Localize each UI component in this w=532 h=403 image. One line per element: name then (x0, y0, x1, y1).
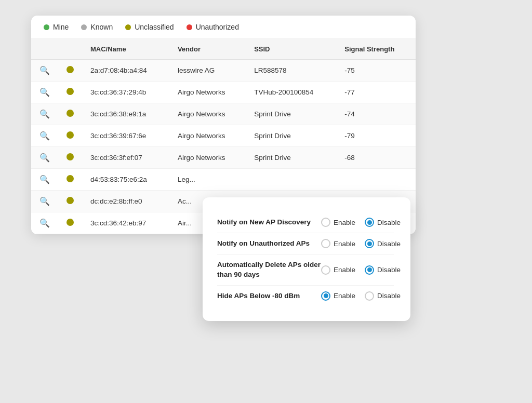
search-cell[interactable]: 🔍 (31, 60, 58, 82)
enable-option-hide-below[interactable]: Enable (321, 291, 355, 301)
col-search (31, 39, 58, 60)
signal-cell: -79 (336, 125, 416, 147)
signal-cell: -74 (336, 103, 416, 125)
status-dot (66, 219, 74, 226)
settings-row-notify-new-ap: Notify on New AP Discovery Enable Disabl… (217, 212, 394, 233)
status-cell (58, 191, 82, 212)
disable-radio-auto-delete[interactable] (365, 265, 374, 275)
legend-item-unauthorized: Unauthorized (187, 23, 239, 31)
legend-item-known: Known (81, 23, 113, 31)
unclassified-dot (125, 24, 131, 30)
disable-label-auto-delete: Disable (377, 266, 401, 274)
enable-radio-auto-delete[interactable] (321, 265, 330, 275)
search-icon[interactable]: 🔍 (39, 66, 50, 75)
table-row: 🔍 3c:cd:36:37:29:4b Airgo Networks TVHub… (31, 82, 416, 103)
disable-radio-notify-unauthorized[interactable] (365, 239, 374, 248)
table-row: 🔍 3c:cd:36:39:67:6e Airgo Networks Sprin… (31, 125, 416, 147)
legend-item-mine: Mine (44, 23, 69, 31)
table-row: 🔍 3c:cd:36:3f:ef:07 Airgo Networks Sprin… (31, 147, 416, 169)
search-cell[interactable]: 🔍 (31, 82, 58, 103)
mac-cell: 3c:cd:36:38:e9:1a (82, 103, 169, 125)
settings-card: Notify on New AP Discovery Enable Disabl… (203, 197, 410, 321)
search-cell[interactable]: 🔍 (31, 212, 58, 234)
signal-cell: -75 (336, 60, 416, 82)
status-cell (58, 60, 82, 82)
disable-radio-hide-below[interactable] (365, 291, 374, 301)
ssid-cell (246, 169, 336, 191)
ssid-cell: LR588578 (246, 60, 336, 82)
vendor-cell: Airgo Networks (169, 103, 246, 125)
ssid-cell: TVHub-200100854 (246, 82, 336, 103)
search-icon[interactable]: 🔍 (39, 110, 50, 118)
disable-radio-notify-new-ap[interactable] (365, 218, 374, 227)
settings-row-hide-below: Hide APs Below -80 dBm Enable Disable (217, 286, 394, 306)
status-cell (58, 82, 82, 103)
enable-label-auto-delete: Enable (334, 266, 355, 274)
search-cell[interactable]: 🔍 (31, 103, 58, 125)
disable-option-hide-below[interactable]: Disable (365, 291, 401, 301)
vendor-cell: lesswire AG (169, 60, 246, 82)
disable-option-auto-delete[interactable]: Disable (365, 265, 401, 275)
search-cell[interactable]: 🔍 (31, 125, 58, 147)
settings-label-notify-unauthorized: Notify on Unauthorized APs (217, 239, 321, 248)
mac-cell: d4:53:83:75:e6:2a (82, 169, 169, 191)
enable-radio-notify-unauthorized[interactable] (321, 239, 330, 248)
mine-dot (44, 24, 49, 30)
status-dot (66, 131, 74, 139)
enable-label-notify-unauthorized: Enable (334, 240, 355, 248)
legend-label-unclassified: Unclassified (135, 23, 174, 31)
mac-cell: 3c:cd:36:39:67:6e (82, 125, 169, 147)
search-icon[interactable]: 🔍 (39, 153, 50, 162)
enable-option-notify-new-ap[interactable]: Enable (321, 218, 355, 227)
mac-cell: dc:dc:e2:8b:ff:e0 (82, 191, 169, 212)
legend-bar: Mine Known Unclassified Unauthorized (31, 16, 416, 39)
mac-cell: 3c:cd:36:3f:ef:07 (82, 147, 169, 169)
search-icon[interactable]: 🔍 (39, 88, 50, 97)
mac-cell: 2a:d7:08:4b:a4:84 (82, 60, 169, 82)
search-cell[interactable]: 🔍 (31, 147, 58, 169)
settings-label-hide-below: Hide APs Below -80 dBm (217, 291, 321, 301)
radio-group-notify-unauthorized: Enable Disable (321, 239, 401, 248)
status-cell (58, 103, 82, 125)
mac-cell: 3c:cd:36:42:eb:97 (82, 212, 169, 234)
enable-radio-hide-below[interactable] (321, 291, 330, 301)
disable-option-notify-unauthorized[interactable]: Disable (365, 239, 401, 248)
search-cell[interactable]: 🔍 (31, 169, 58, 191)
ssid-cell: Sprint Drive (246, 147, 336, 169)
col-signal: Signal Strength (336, 39, 416, 60)
status-dot (66, 66, 74, 73)
disable-label-notify-new-ap: Disable (377, 219, 401, 226)
disable-label-hide-below: Disable (377, 292, 401, 300)
ssid-cell: Sprint Drive (246, 125, 336, 147)
search-icon[interactable]: 🔍 (39, 219, 50, 227)
col-status (58, 39, 82, 60)
settings-label-notify-new-ap: Notify on New AP Discovery (217, 218, 321, 227)
search-icon[interactable]: 🔍 (39, 131, 50, 140)
enable-option-auto-delete[interactable]: Enable (321, 265, 355, 275)
settings-row-auto-delete: Automatically Delete APs older than 90 d… (217, 254, 394, 285)
known-dot (81, 24, 87, 30)
vendor-cell: Leg... (169, 169, 246, 191)
settings-label-auto-delete: Automatically Delete APs older than 90 d… (217, 260, 321, 279)
enable-option-notify-unauthorized[interactable]: Enable (321, 239, 355, 248)
mac-cell: 3c:cd:36:37:29:4b (82, 82, 169, 103)
disable-option-notify-new-ap[interactable]: Disable (365, 218, 401, 227)
col-ssid: SSID (246, 39, 336, 60)
vendor-cell: Airgo Networks (169, 82, 246, 103)
search-cell[interactable]: 🔍 (31, 191, 58, 212)
table-row: 🔍 2a:d7:08:4b:a4:84 lesswire AG LR588578… (31, 60, 416, 82)
legend-label-known: Known (90, 23, 113, 31)
search-icon[interactable]: 🔍 (39, 175, 50, 184)
vendor-cell: Airgo Networks (169, 125, 246, 147)
status-cell (58, 147, 82, 169)
signal-cell: -68 (336, 147, 416, 169)
col-vendor: Vendor (169, 39, 246, 60)
status-dot (66, 110, 74, 117)
search-icon[interactable]: 🔍 (39, 197, 50, 206)
enable-label-notify-new-ap: Enable (334, 219, 355, 226)
signal-cell: -77 (336, 82, 416, 103)
enable-radio-notify-new-ap[interactable] (321, 218, 330, 227)
table-row: 🔍 d4:53:83:75:e6:2a Leg... (31, 169, 416, 191)
radio-group-hide-below: Enable Disable (321, 291, 401, 301)
status-cell (58, 212, 82, 234)
